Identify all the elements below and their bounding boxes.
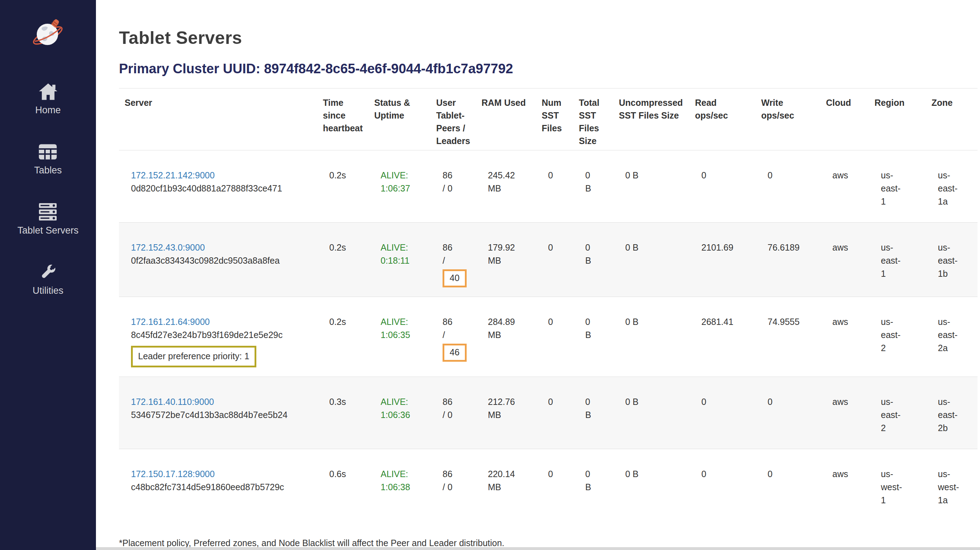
column-header-read-ops-sec: Read ops/sec <box>689 89 756 150</box>
zone-cell: us-east-1b <box>926 223 977 297</box>
placement-note: *Placement policy, Preferred zones, and … <box>119 537 980 548</box>
status-value: ALIVE: <box>380 395 427 409</box>
leaders-value: / 0 <box>442 481 472 494</box>
tablet-peers-value: 86 <box>442 467 472 481</box>
zone-cell: us-west-1a <box>926 449 977 521</box>
server-cell: 172.161.40.110:900053467572be7c4d13b3ac8… <box>119 377 317 449</box>
server-link-line: 172.161.40.110:9000 <box>131 395 314 409</box>
leaders-line: 40 <box>442 267 472 288</box>
region-cell: us-east-1 <box>869 150 926 223</box>
status-cell: ALIVE:1:06:35 <box>369 297 431 377</box>
total-sst-size-cell: 0B <box>573 377 613 449</box>
zone-value: 1b <box>938 267 974 280</box>
server-link[interactable]: 172.150.17.128:9000 <box>131 469 215 479</box>
region-cell: us-west-1 <box>869 449 926 521</box>
uncompressed-sst-size-cell: 0 B <box>613 223 689 297</box>
zone-value: 1a <box>938 494 974 507</box>
zone-cell: us-east-2a <box>926 297 977 377</box>
column-header-write-ops-sec: Write ops/sec <box>756 89 820 150</box>
heartbeat-value: 0.6s <box>329 467 365 481</box>
table-row: 172.150.17.128:9000c48bc82fc7314d5e91860… <box>119 449 977 521</box>
region-value: us- <box>881 315 922 329</box>
total-sst-size-cell: 0B <box>573 297 613 377</box>
region-value: 1 <box>881 494 922 507</box>
zone-cell: us-east-1a <box>926 150 977 223</box>
write-ops-cell: 76.6189 <box>756 223 820 297</box>
sidebar-item-utilities[interactable]: Utilities <box>33 263 64 296</box>
ram-used-value: MB <box>488 182 533 195</box>
read-ops-value: 2681.41 <box>702 315 752 329</box>
sidebar-item-label: Tablet Servers <box>18 225 79 236</box>
num-sst-files-cell: 0 <box>536 377 573 449</box>
sidebar-item-home[interactable]: Home <box>35 83 60 115</box>
ram-used-value: 179.92 <box>488 241 533 254</box>
cloud-value: aws <box>832 395 865 409</box>
column-header-uncompressed-sst-files-size: Uncompressed SST Files Size <box>613 89 689 150</box>
zone-value: us- <box>938 395 974 409</box>
leaders-highlighted-value: 46 <box>442 344 467 362</box>
total-sst-size-value: B <box>585 409 610 421</box>
uncompressed-sst-size-value: 0 B <box>625 169 686 182</box>
status-value: ALIVE: <box>380 315 427 329</box>
region-value: 2 <box>881 421 922 435</box>
cloud-value: aws <box>832 169 865 182</box>
ram-used-value: 284.89 <box>488 315 533 329</box>
read-ops-value: 0 <box>702 395 752 409</box>
cloud-cell: aws <box>820 223 869 297</box>
leaders-highlighted-value: 40 <box>442 269 467 288</box>
uptime-value: 1:06:38 <box>380 481 427 494</box>
region-cell: us-east-2 <box>869 297 926 377</box>
tablet-peers-value: 86 <box>442 241 472 254</box>
region-value: us- <box>881 241 922 254</box>
total-sst-size-value: 0 <box>585 467 610 481</box>
total-sst-size-cell: 0B <box>573 223 613 297</box>
zone-value: 1a <box>938 195 974 208</box>
ram-used-cell: 212.76MB <box>476 377 536 449</box>
zone-value: us- <box>938 467 974 481</box>
heartbeat-value: 0.3s <box>329 395 365 409</box>
column-header-total-sst-files-size: Total SST Files Size <box>573 89 613 150</box>
ram-used-value: 245.42 <box>488 169 533 182</box>
column-header-ram-used: RAM Used <box>476 89 536 150</box>
status-value: ALIVE: <box>380 241 427 254</box>
server-link-line: 172.150.17.128:9000 <box>131 467 314 481</box>
num-sst-files-value: 0 <box>548 169 570 182</box>
tablet-peers-value: 86 <box>442 169 472 182</box>
write-ops-value: 76.6189 <box>768 241 817 254</box>
server-uuid: 0f2faa3c834343c0982dc9503a8a8fea <box>131 254 314 267</box>
heartbeat-value: 0.2s <box>329 241 365 254</box>
region-value: west- <box>881 481 922 494</box>
uncompressed-sst-size-cell: 0 B <box>613 449 689 521</box>
sidebar-item-tablet-servers[interactable]: Tablet Servers <box>18 203 79 236</box>
uptime-value: 1:06:36 <box>380 409 427 421</box>
ram-used-cell: 245.42MB <box>476 150 536 223</box>
server-link[interactable]: 172.152.21.142:9000 <box>131 170 215 180</box>
write-ops-cell: 0 <box>756 377 820 449</box>
heartbeat-cell: 0.3s <box>317 377 369 449</box>
app-logo-icon[interactable] <box>30 16 67 52</box>
status-cell: ALIVE:1:06:36 <box>369 377 431 449</box>
table-header-row: ServerTime since heartbeatStatus & Uptim… <box>119 89 977 150</box>
column-header-region: Region <box>869 89 926 150</box>
sidebar-item-tables[interactable]: Tables <box>34 143 62 176</box>
uncompressed-sst-size-cell: 0 B <box>613 377 689 449</box>
server-link[interactable]: 172.152.43.0:9000 <box>131 242 205 252</box>
region-value: 2 <box>881 342 922 354</box>
total-sst-size-value: 0 <box>585 169 610 182</box>
peers-leaders-separator: / <box>442 254 472 267</box>
total-sst-size-value: B <box>585 481 610 494</box>
cluster-uuid-heading: Primary Cluster UUID: 8974f842-8c65-4e6f… <box>119 61 980 76</box>
uncompressed-sst-size-value: 0 B <box>625 315 686 329</box>
zone-value: east- <box>938 409 974 421</box>
ram-used-cell: 220.14MB <box>476 449 536 521</box>
status-cell: ALIVE:0:18:11 <box>369 223 431 297</box>
sidebar-item-label: Tables <box>34 165 62 176</box>
heartbeat-value: 0.2s <box>329 169 365 182</box>
server-link[interactable]: 172.161.40.110:9000 <box>131 397 214 407</box>
server-link[interactable]: 172.161.21.64:9000 <box>131 317 210 327</box>
num-sst-files-value: 0 <box>548 315 570 329</box>
zone-value: east- <box>938 254 974 267</box>
peers-leaders-cell: 86/ 0 <box>431 449 476 521</box>
total-sst-size-cell: 0B <box>573 150 613 223</box>
tablet-servers-icon <box>38 203 57 221</box>
